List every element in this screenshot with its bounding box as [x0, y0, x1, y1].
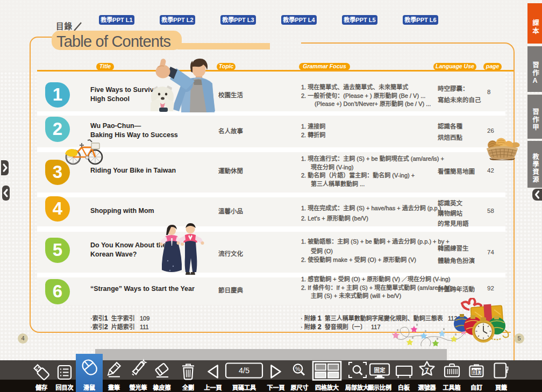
svg-text:自訂: 自訂: [471, 369, 482, 375]
svg-text:4/5: 4/5: [239, 366, 249, 375]
svg-text:7: 7: [425, 366, 429, 374]
svg-text:固定: 固定: [374, 367, 386, 373]
svg-text:%: %: [295, 366, 301, 372]
